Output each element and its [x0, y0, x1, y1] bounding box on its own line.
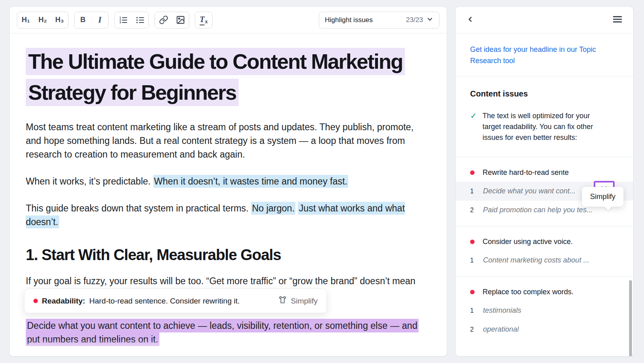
h2-button[interactable]: H₂ — [34, 12, 51, 28]
h1-button[interactable]: H₁ — [17, 12, 34, 28]
document-editor[interactable]: The Ultimate Guide to Content Marketing … — [10, 33, 447, 357]
menu-button[interactable] — [612, 15, 623, 25]
h3-button[interactable]: H₃ — [51, 12, 68, 28]
simplify-button[interactable]: Simplify — [278, 295, 318, 306]
blue-highlight: When it doesn’t, it wastes time and mone… — [153, 175, 349, 188]
popover-message: Hard-to-read sentence. Consider rewritin… — [89, 297, 240, 306]
svg-text:3: 3 — [120, 21, 121, 24]
highlight-issues-label: Highlight issues — [325, 16, 373, 24]
blue-highlight: No jargon. — [251, 202, 295, 215]
readability-popover: Readability: Hard-to-read sentence. Cons… — [24, 289, 327, 313]
sidebar-header — [456, 7, 633, 33]
issue-dot-icon — [470, 170, 475, 175]
issue-group-active-voice[interactable]: Consider using active voice. — [456, 226, 633, 251]
highlight-issues-dropdown[interactable]: Highlight issues 23/23 — [319, 12, 440, 29]
issue-dot-icon — [470, 240, 475, 244]
sidebar-scrollbar[interactable] — [629, 280, 632, 356]
hamburger-menu-icon — [612, 15, 623, 25]
issue-item-row[interactable]: 2 operational — [456, 320, 633, 339]
issue-group-rewrite[interactable]: Rewrite hard-to-read sente — [456, 157, 633, 182]
document-title: The Ultimate Guide to Content Marketing … — [26, 46, 431, 108]
clear-format-group: Tx — [195, 12, 213, 29]
sidebar-body: Get ideas for your headline in our Topic… — [456, 33, 633, 356]
chevron-left-icon — [466, 15, 474, 25]
check-icon: ✓ — [470, 111, 477, 143]
format-button-group: B I — [74, 12, 109, 29]
bullet-list-icon — [135, 15, 145, 25]
purple-highlight: Decide what you want content to achieve … — [26, 319, 419, 346]
popover-category: Readability: — [42, 297, 85, 306]
editor-panel: H₁ H₂ H₃ B I 123 Tx — [9, 6, 447, 357]
image-icon — [176, 15, 185, 25]
ordered-list-button[interactable]: 123 — [115, 12, 132, 28]
bullet-list-button[interactable] — [132, 12, 149, 28]
topic-research-link[interactable]: Get ideas for your headline in our Topic… — [470, 44, 599, 66]
chevron-down-icon — [426, 16, 433, 25]
assistant-sidebar: Get ideas for your headline in our Topic… — [455, 6, 634, 357]
paragraph-goals: If your goal is fuzzy, your results will… — [26, 274, 431, 288]
list-button-group: 123 — [114, 12, 149, 29]
link-button[interactable] — [155, 12, 172, 28]
content-issues-heading: Content issues — [470, 89, 619, 98]
issue-dot-icon — [470, 290, 475, 294]
issue-item-row[interactable]: 1 testimonials — [456, 301, 633, 320]
clear-formatting-icon: T — [200, 15, 204, 25]
ordered-list-icon: 123 — [118, 15, 128, 25]
paragraph-decide: Decide what you want content to achieve … — [26, 319, 431, 346]
issue-dot-icon — [33, 299, 38, 303]
simplify-tooltip: Simplify — [582, 187, 623, 207]
editor-toolbar: H₁ H₂ H₃ B I 123 Tx — [10, 7, 447, 33]
heading-button-group: H₁ H₂ H₃ — [17, 12, 68, 29]
paragraph-intro: Most teams treat content marketing like … — [26, 120, 431, 161]
collapse-sidebar-button[interactable] — [466, 15, 474, 25]
tshirt-icon — [278, 295, 287, 306]
italic-button[interactable]: I — [91, 12, 108, 28]
paragraph-predictable: When it works, it’s predictable. When it… — [26, 174, 431, 188]
clear-formatting-button[interactable]: Tx — [195, 12, 212, 28]
image-button[interactable] — [172, 12, 189, 28]
insert-button-group — [155, 12, 189, 29]
link-icon — [159, 15, 168, 25]
bold-button[interactable]: B — [74, 12, 91, 28]
section-heading: 1. Start With Clear, Measurable Goals — [26, 246, 431, 264]
readability-success-item: ✓ The text is well optimized for your ta… — [470, 111, 619, 143]
paragraph-guide: This guide breaks down that system in pr… — [26, 201, 431, 229]
issue-group-complex-words[interactable]: Replace too complex words. — [456, 277, 633, 301]
issue-item-row[interactable]: 1 Content marketing costs about ... — [456, 251, 633, 270]
divider — [456, 76, 633, 76]
highlight-issues-count: 23/23 — [406, 16, 423, 24]
